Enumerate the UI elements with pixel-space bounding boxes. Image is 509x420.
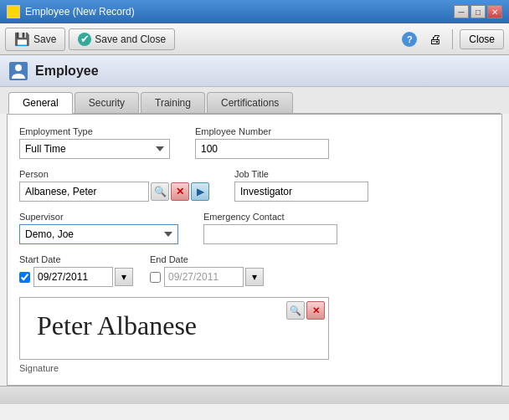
app-icon bbox=[7, 5, 20, 18]
start-date-checkbox[interactable] bbox=[19, 272, 30, 283]
supervisor-label: Supervisor bbox=[19, 212, 178, 222]
end-date-input-row: ▾ bbox=[150, 267, 264, 287]
window-title: Employee (New Record) bbox=[25, 6, 135, 18]
emergency-contact-input[interactable] bbox=[203, 224, 337, 244]
person-delete-button[interactable]: ✕ bbox=[171, 182, 189, 201]
job-title-input[interactable] bbox=[234, 182, 368, 202]
employment-type-label: Employment Type bbox=[19, 126, 170, 136]
person-group: Person 🔍 ✕ ▶ bbox=[19, 169, 209, 202]
job-title-group: Job Title bbox=[234, 169, 368, 202]
title-bar: Employee (New Record) ─ □ ✕ bbox=[0, 0, 509, 23]
calendar-icon-2: ▾ bbox=[252, 271, 257, 283]
tab-general[interactable]: General bbox=[8, 92, 73, 114]
svg-point-1 bbox=[15, 64, 22, 71]
minimize-button[interactable]: ─ bbox=[454, 5, 469, 18]
signature-delete-icon: ✕ bbox=[312, 305, 320, 316]
print-button[interactable]: 🖨 bbox=[424, 28, 445, 50]
employee-number-label: Employee Number bbox=[195, 126, 329, 136]
person-label: Person bbox=[19, 169, 209, 179]
form-row-3: Supervisor Demo, Joe Smith, John Jones, … bbox=[19, 212, 490, 244]
start-date-calendar-button[interactable]: ▾ bbox=[115, 268, 133, 286]
status-bar bbox=[0, 386, 509, 404]
toolbar-separator bbox=[452, 29, 453, 49]
date-row: Start Date ▾ End Date ▾ bbox=[19, 254, 490, 287]
end-date-input[interactable] bbox=[164, 267, 244, 287]
window-close-button[interactable]: ✕ bbox=[487, 5, 502, 18]
page-title: Employee bbox=[35, 64, 99, 79]
employment-type-group: Employment Type Full Time Part Time Cont… bbox=[19, 126, 170, 159]
end-date-calendar-button[interactable]: ▾ bbox=[245, 268, 264, 286]
start-date-input[interactable] bbox=[33, 267, 113, 287]
emergency-contact-group: Emergency Contact bbox=[203, 212, 337, 244]
tab-security[interactable]: Security bbox=[75, 92, 139, 113]
signature-container: Peter Albanese 🔍 ✕ Signature bbox=[19, 297, 490, 373]
job-title-label: Job Title bbox=[234, 169, 368, 179]
page-header: Employee bbox=[0, 55, 509, 87]
form-row-2: Person 🔍 ✕ ▶ Job Title bbox=[19, 169, 490, 202]
save-close-button[interactable]: ✔ Save and Close bbox=[69, 28, 175, 50]
search-icon: 🔍 bbox=[154, 186, 167, 197]
signature-buttons: 🔍 ✕ bbox=[286, 301, 325, 320]
start-date-group: Start Date ▾ bbox=[19, 254, 133, 287]
employee-number-group: Employee Number bbox=[195, 126, 329, 159]
toolbar: 💾 Save ✔ Save and Close ? 🖨 Close bbox=[0, 23, 509, 55]
help-icon: ? bbox=[402, 32, 417, 47]
arrow-right-icon: ▶ bbox=[197, 186, 204, 197]
save-button[interactable]: 💾 Save bbox=[5, 28, 65, 51]
supervisor-select[interactable]: Demo, Joe Smith, John Jones, Mary bbox=[19, 224, 178, 244]
person-input[interactable] bbox=[19, 182, 149, 202]
supervisor-group: Supervisor Demo, Joe Smith, John Jones, … bbox=[19, 212, 178, 244]
employee-number-input[interactable] bbox=[195, 139, 329, 159]
delete-icon: ✕ bbox=[176, 186, 184, 197]
signature-delete-button[interactable]: ✕ bbox=[306, 301, 325, 320]
end-date-label: End Date bbox=[150, 254, 264, 264]
form-row-1: Employment Type Full Time Part Time Cont… bbox=[19, 126, 490, 159]
signature-area: Peter Albanese 🔍 ✕ bbox=[19, 297, 329, 360]
window-controls: ─ □ ✕ bbox=[454, 5, 502, 18]
end-date-checkbox[interactable] bbox=[150, 272, 161, 283]
person-input-row: 🔍 ✕ ▶ bbox=[19, 182, 209, 202]
emergency-contact-label: Emergency Contact bbox=[203, 212, 337, 222]
tab-certifications[interactable]: Certifications bbox=[207, 92, 293, 113]
person-navigate-button[interactable]: ▶ bbox=[191, 182, 209, 201]
tab-content-general: Employment Type Full Time Part Time Cont… bbox=[7, 114, 502, 386]
start-date-input-row: ▾ bbox=[19, 267, 133, 287]
save-close-icon: ✔ bbox=[78, 33, 91, 46]
signature-display: Peter Albanese bbox=[37, 310, 197, 341]
calendar-icon: ▾ bbox=[121, 271, 126, 283]
signature-search-button[interactable]: 🔍 bbox=[286, 301, 305, 320]
employment-type-select[interactable]: Full Time Part Time Contract bbox=[19, 139, 170, 159]
start-date-label: Start Date bbox=[19, 254, 133, 264]
maximize-button[interactable]: □ bbox=[470, 5, 486, 18]
print-icon: 🖨 bbox=[429, 32, 441, 46]
signature-label: Signature bbox=[19, 363, 490, 373]
help-button[interactable]: ? bbox=[398, 28, 420, 50]
signature-search-icon: 🔍 bbox=[290, 305, 301, 316]
tab-training[interactable]: Training bbox=[141, 92, 205, 113]
person-search-button[interactable]: 🔍 bbox=[151, 182, 169, 201]
toolbar-right: ? 🖨 Close bbox=[398, 28, 504, 50]
tab-bar: General Security Training Certifications bbox=[8, 92, 501, 114]
close-button[interactable]: Close bbox=[460, 29, 504, 49]
save-icon: 💾 bbox=[14, 32, 30, 47]
employee-header-icon bbox=[8, 61, 28, 81]
end-date-group: End Date ▾ bbox=[150, 254, 264, 287]
